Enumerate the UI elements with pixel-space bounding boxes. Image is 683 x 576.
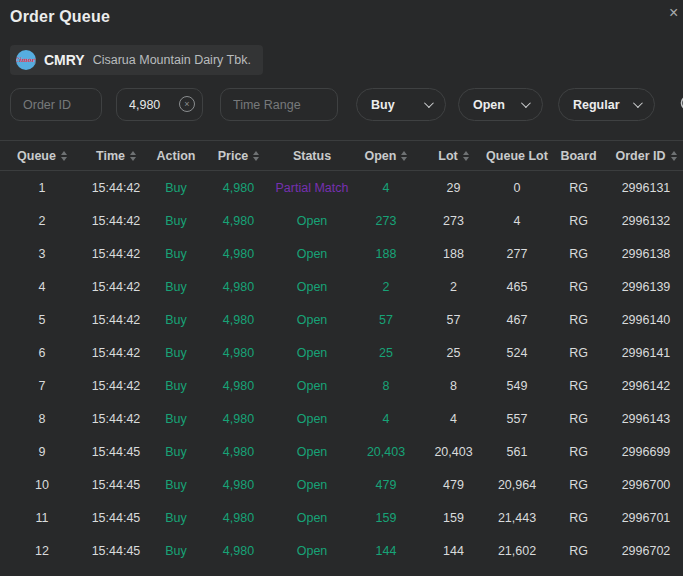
cell-status: Open	[273, 379, 351, 393]
column-header-action: Action	[148, 149, 204, 163]
sort-arrows-icon[interactable]	[671, 151, 677, 161]
time-range-input[interactable]	[220, 88, 338, 121]
clear-price-icon[interactable]: ×	[179, 96, 195, 112]
cell-lot: 25	[421, 346, 486, 360]
cell-lot: 4	[421, 412, 486, 426]
chevron-down-icon	[424, 98, 434, 108]
table-row: 615:44:42Buy4,980Open2525524RG2996141	[0, 336, 683, 369]
cell-queue-lot: 524	[486, 346, 548, 360]
action-dropdown[interactable]: Buy	[356, 88, 446, 121]
cell-price: 4,980	[204, 445, 273, 459]
cell-action: Buy	[148, 511, 204, 525]
sort-arrows-icon[interactable]	[130, 151, 136, 161]
cell-status: Open	[273, 412, 351, 426]
cell-order-id: 2996143	[609, 412, 683, 426]
cell-board: RG	[548, 313, 609, 327]
cell-price: 4,980	[204, 478, 273, 492]
table-row: 1115:44:45Buy4,980Open15915921,443RG2996…	[0, 501, 683, 534]
cell-time: 15:44:45	[84, 544, 148, 558]
cell-price: 4,980	[204, 280, 273, 294]
column-label: Queue	[17, 149, 56, 163]
cell-price: 4,980	[204, 544, 273, 558]
column-header-price[interactable]: Price	[204, 149, 273, 163]
cell-lot: 144	[421, 544, 486, 558]
sort-arrows-icon[interactable]	[253, 151, 259, 161]
status-dropdown[interactable]: Open	[458, 88, 543, 121]
cell-queue: 11	[0, 511, 84, 525]
search-icon[interactable]	[670, 94, 683, 120]
cell-open: 4	[351, 181, 421, 195]
cell-open: 2	[351, 280, 421, 294]
cell-time: 15:44:45	[84, 445, 148, 459]
cell-board: RG	[548, 478, 609, 492]
column-label: Price	[218, 149, 249, 163]
cell-action: Buy	[148, 445, 204, 459]
sort-arrows-icon[interactable]	[463, 151, 469, 161]
table-row: 915:44:45Buy4,980Open20,40320,403561RG29…	[0, 435, 683, 468]
board-dropdown[interactable]: Regular	[558, 88, 655, 121]
cell-board: RG	[548, 511, 609, 525]
table-row: 315:44:42Buy4,980Open188188277RG2996138	[0, 237, 683, 270]
cell-status: Partial Match	[273, 181, 351, 195]
cell-action: Buy	[148, 214, 204, 228]
cell-queue-lot: 21,602	[486, 544, 548, 558]
cell-queue: 7	[0, 379, 84, 393]
column-header-open[interactable]: Open	[351, 149, 421, 163]
cell-price: 4,980	[204, 214, 273, 228]
cell-price: 4,980	[204, 379, 273, 393]
cell-queue: 12	[0, 544, 84, 558]
table-header-row: QueueTimeActionPriceStatusOpenLotQueue L…	[0, 140, 683, 171]
cell-open: 25	[351, 346, 421, 360]
cell-status: Open	[273, 445, 351, 459]
cell-price: 4,980	[204, 511, 273, 525]
cell-board: RG	[548, 445, 609, 459]
cell-time: 15:44:42	[84, 181, 148, 195]
cell-queue: 10	[0, 478, 84, 492]
cell-time: 15:44:42	[84, 280, 148, 294]
column-label: Action	[157, 149, 196, 163]
column-header-order-id[interactable]: Order ID	[609, 149, 683, 163]
column-header-lot[interactable]: Lot	[421, 149, 486, 163]
column-header-time[interactable]: Time	[84, 149, 148, 163]
stock-company-name: Cisarua Mountain Dairy Tbk.	[93, 53, 251, 67]
price-filter: ×	[116, 88, 203, 121]
table-row: 415:44:42Buy4,980Open22465RG2996139	[0, 270, 683, 303]
cell-order-id: 2996132	[609, 214, 683, 228]
sort-arrows-icon[interactable]	[61, 151, 67, 161]
column-label: Time	[96, 149, 125, 163]
cell-status: Open	[273, 280, 351, 294]
cell-time: 15:44:42	[84, 379, 148, 393]
column-label: Order ID	[615, 149, 665, 163]
cell-open: 273	[351, 214, 421, 228]
cell-queue: 6	[0, 346, 84, 360]
cell-board: RG	[548, 247, 609, 261]
cell-price: 4,980	[204, 412, 273, 426]
cell-open: 188	[351, 247, 421, 261]
cell-status: Open	[273, 346, 351, 360]
order-queue-panel: { "panel": {"title": "Order Queue", "clo…	[0, 0, 683, 576]
cell-open: 20,403	[351, 445, 421, 459]
cell-queue: 2	[0, 214, 84, 228]
close-icon[interactable]: ×	[669, 5, 678, 21]
cell-board: RG	[548, 214, 609, 228]
stock-chip[interactable]: Cimory CMRY Cisarua Mountain Dairy Tbk.	[10, 45, 263, 75]
cell-price: 4,980	[204, 181, 273, 195]
cell-queue: 5	[0, 313, 84, 327]
cell-action: Buy	[148, 544, 204, 558]
order-id-input[interactable]	[10, 88, 102, 121]
column-header-board: Board	[548, 149, 609, 163]
board-dropdown-value: Regular	[573, 98, 620, 112]
cell-queue: 4	[0, 280, 84, 294]
table-row: 215:44:42Buy4,980Open2732734RG2996132	[0, 204, 683, 237]
cell-action: Buy	[148, 379, 204, 393]
cell-order-id: 2996140	[609, 313, 683, 327]
column-label: Lot	[438, 149, 457, 163]
cell-time: 15:44:42	[84, 214, 148, 228]
cell-time: 15:44:42	[84, 313, 148, 327]
stock-logo-icon: Cimory	[16, 50, 36, 70]
table-body: 115:44:42Buy4,980Partial Match4290RG2996…	[0, 171, 683, 567]
cell-queue-lot: 4	[486, 214, 548, 228]
sort-arrows-icon[interactable]	[401, 151, 407, 161]
cell-status: Open	[273, 544, 351, 558]
column-header-queue[interactable]: Queue	[0, 149, 84, 163]
